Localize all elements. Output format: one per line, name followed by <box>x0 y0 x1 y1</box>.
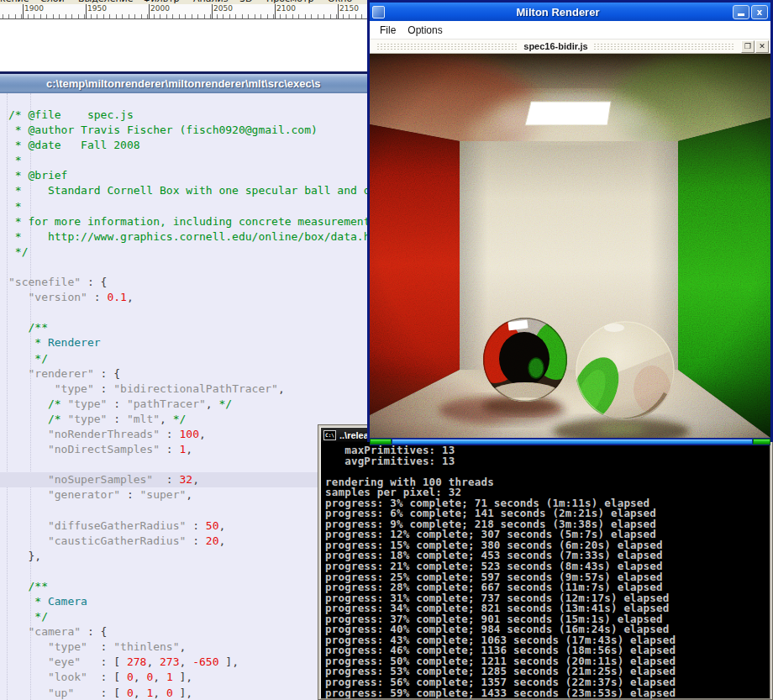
minimize-button[interactable] <box>733 5 749 19</box>
code-line[interactable]: "noSuperSamples" : 32, <box>0 472 367 487</box>
code-line[interactable]: "noDirectSamples" : 1, <box>8 442 367 457</box>
code-line[interactable]: /** <box>8 320 367 335</box>
console-window: C:\ ..\relea maxPrimitives: 13 avgPrimit… <box>318 424 773 700</box>
code-line[interactable]: * Camera <box>8 594 367 609</box>
code-line[interactable]: * @brief <box>8 168 367 183</box>
horizontal-ruler: 190019502000205021002150 <box>0 4 370 19</box>
code-line[interactable]: "type" : "bidirectionalPathTracer", <box>8 382 367 397</box>
editor-titlebar[interactable]: c:\temp\miltonrenderer\miltonrenderer\ml… <box>0 74 367 93</box>
code-line[interactable]: * for more information, including concre… <box>8 214 367 229</box>
render-tab[interactable]: spec16-bidir.js <box>523 41 587 51</box>
code-line[interactable]: * Renderer <box>8 335 367 350</box>
code-line[interactable]: "causticGatherRadius" : 20, <box>8 534 367 549</box>
milton-tabrow: spec16-bidir.js ❐ ✕ <box>370 39 770 54</box>
progress-track <box>392 439 753 445</box>
milton-menubar: FileOptions <box>370 21 770 39</box>
ruler-label: 1950 <box>87 4 107 13</box>
screen: кениеСлойВыделениеФильтрАнализ3DПросмотр… <box>0 0 773 700</box>
menu-file[interactable]: File <box>374 24 402 36</box>
code-line[interactable] <box>8 503 367 518</box>
code-line[interactable]: "renderer" : { <box>8 366 367 382</box>
console-line: progress: 59% complete; 1433 seconds (23… <box>325 688 770 698</box>
code-line[interactable]: * http://www.graphics.cornell.edu/online… <box>8 229 367 245</box>
code-line[interactable] <box>8 260 367 275</box>
milton-titlebar[interactable]: Milton Renderer x <box>370 3 770 21</box>
ruler-label: 2000 <box>150 4 170 13</box>
code-line[interactable]: */ <box>8 245 367 260</box>
mdi-restore-button[interactable]: ❐ <box>741 40 755 53</box>
code-line[interactable]: */ <box>8 609 367 624</box>
console-lines: maxPrimitives: 13 avgPrimitives: 13 rend… <box>325 445 770 698</box>
render-viewport <box>370 54 770 438</box>
code-line[interactable]: */ <box>8 351 367 366</box>
code-line[interactable]: /* "type" : "pathTracer", */ <box>8 397 367 412</box>
code-line[interactable] <box>8 457 367 472</box>
ruler-label: 1900 <box>24 4 44 13</box>
render-progress-bar <box>370 438 770 445</box>
code-line[interactable]: "scenefile" : { <box>8 275 367 290</box>
progress-segment-left <box>370 439 392 445</box>
render-noise <box>370 54 770 438</box>
code-line[interactable]: * Standard Cornell Box with one specular… <box>8 183 367 198</box>
tab-texture-left <box>376 43 518 50</box>
code-line[interactable]: "version" : 0.1, <box>8 290 367 305</box>
code-line[interactable]: "camera" : { <box>8 624 367 639</box>
code-line[interactable]: "type" : "thinlens", <box>8 639 367 655</box>
code-line[interactable]: "generator" : "super", <box>8 487 367 503</box>
cmd-icon: C:\ <box>323 430 336 440</box>
code-line[interactable]: * @date Fall 2008 <box>8 138 367 153</box>
code-line[interactable] <box>8 305 367 320</box>
code-lines: /* @file spec.js * @author Travis Fische… <box>8 108 367 700</box>
cornell-box-render <box>370 54 770 438</box>
ruler-label: 2100 <box>276 4 296 13</box>
tab-texture-right <box>593 43 735 50</box>
editor-window: c:\temp\miltonrenderer\miltonrenderer\ml… <box>0 71 367 700</box>
console-line: avgPrimitives: 13 <box>325 456 770 467</box>
code-line[interactable]: * @author Travis Fischer (fisch0920@gmai… <box>8 123 367 138</box>
mdi-close-button[interactable]: ✕ <box>755 40 769 53</box>
code-line[interactable]: /* "type" : "mlt", */ <box>8 412 367 427</box>
code-editor[interactable]: /* @file spec.js * @author Travis Fische… <box>0 93 367 700</box>
milton-title: Milton Renderer <box>385 6 731 18</box>
code-line[interactable]: /** <box>8 579 367 594</box>
indent-guide <box>7 93 8 700</box>
console-title: ..\relea <box>339 430 369 440</box>
minimize-icon <box>738 13 744 16</box>
milton-renderer-window: Milton Renderer x FileOptions spec16-bid… <box>367 0 773 442</box>
ruler-label: 2150 <box>339 4 359 13</box>
code-line[interactable]: * <box>8 199 367 214</box>
code-line[interactable]: }, <box>8 549 367 564</box>
code-line[interactable]: "eye" : [ 278, 273, -650 ], <box>8 655 367 670</box>
menu-options[interactable]: Options <box>402 24 448 36</box>
progress-segment-right <box>753 439 770 445</box>
code-line[interactable] <box>8 564 367 579</box>
console-frame: C:\ ..\relea maxPrimitives: 13 avgPrimit… <box>320 427 770 699</box>
code-line[interactable]: /* @file spec.js <box>8 108 367 123</box>
console-output[interactable]: maxPrimitives: 13 avgPrimitives: 13 rend… <box>321 442 770 698</box>
ruler-label: 2050 <box>213 4 233 13</box>
close-button[interactable]: x <box>751 5 768 19</box>
code-line[interactable]: "noRenderThreads" : 100, <box>8 427 367 442</box>
code-line[interactable]: "up" : [ 0, 1, 0 ], <box>8 686 367 700</box>
milton-app-icon <box>372 6 385 18</box>
code-line[interactable]: * <box>8 153 367 168</box>
code-line[interactable]: "look" : [ 0, 0, 1 ], <box>8 670 367 685</box>
code-line[interactable]: "diffuseGatherRadius" : 50, <box>8 518 367 534</box>
